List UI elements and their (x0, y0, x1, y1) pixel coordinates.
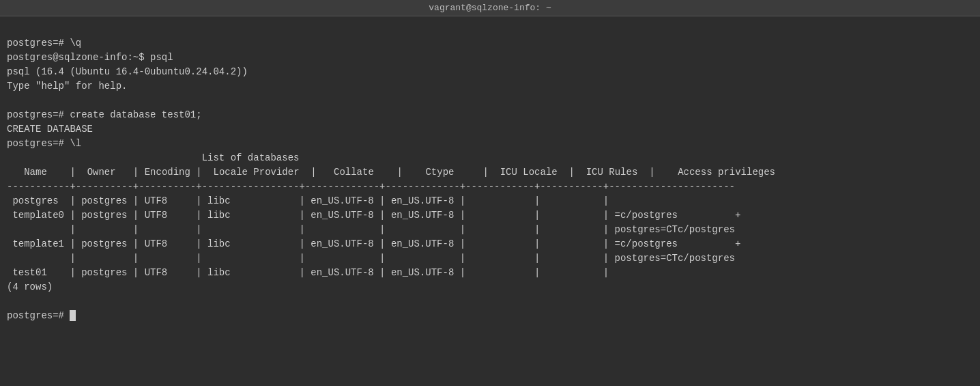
col-icu-rules-header: ICU Rules (580, 167, 643, 178)
col-ctype-header: Ctype (408, 167, 477, 178)
col-encoding-header: Encoding (145, 167, 190, 178)
line-5 (7, 95, 12, 106)
table-header-line: Name | Owner | Encoding | Locale Provide… (7, 167, 792, 178)
title-bar: vagrant@sqlzone-info: ~ (0, 0, 980, 16)
row-template0-line1: template0 | postgres | UTF8 | libc | en_… (7, 210, 740, 221)
terminal-window: vagrant@sqlzone-info: ~ postgres=# \q po… (0, 0, 980, 386)
table-title-line: List of databases (7, 152, 299, 163)
line-6: postgres=# create database test01; (7, 109, 202, 120)
terminal-title: vagrant@sqlzone-info: ~ (429, 3, 551, 13)
line-3: psql (16.4 (Ubuntu 16.4-0ubuntu0.24.04.2… (7, 66, 248, 77)
row-template1-line1: template1 | postgres | UTF8 | libc | en_… (7, 238, 740, 249)
col-name-header: Name (12, 167, 64, 178)
line-1: postgres=# \q (7, 38, 81, 49)
final-prompt: postgres=# (7, 310, 70, 321)
col-locale-provider-header: Locale Provider (207, 167, 305, 178)
col-access-header: Access privileges (661, 167, 792, 178)
table-separator: -----------+----------+----------+------… (7, 181, 735, 192)
line-7: CREATE DATABASE (7, 124, 93, 135)
line-2: postgres@sqlzone-info:~$ psql (7, 52, 173, 63)
line-4: Type "help" for help. (7, 81, 127, 92)
row-template0-line2: | | | | | | | | postgres=CTc/postgres (7, 224, 735, 235)
final-prompt-line: postgres=# (7, 310, 76, 321)
line-8: postgres=# \l (7, 138, 81, 149)
table-title: List of databases (202, 152, 300, 163)
col-icu-locale-header: ICU Locale (494, 167, 563, 178)
terminal-body[interactable]: postgres=# \q postgres@sqlzone-info:~$ p… (0, 16, 980, 386)
col-owner-header: Owner (81, 167, 127, 178)
row-postgres: postgres | postgres | UTF8 | libc | en_U… (7, 195, 615, 206)
row-test01: test01 | postgres | UTF8 | libc | en_US.… (7, 267, 615, 278)
row-template1-line2: | | | | | | | | postgres=CTc/postgres (7, 253, 735, 264)
cursor (70, 310, 76, 321)
col-collate-header: Collate (322, 167, 391, 178)
row-count: (4 rows) (7, 281, 53, 292)
